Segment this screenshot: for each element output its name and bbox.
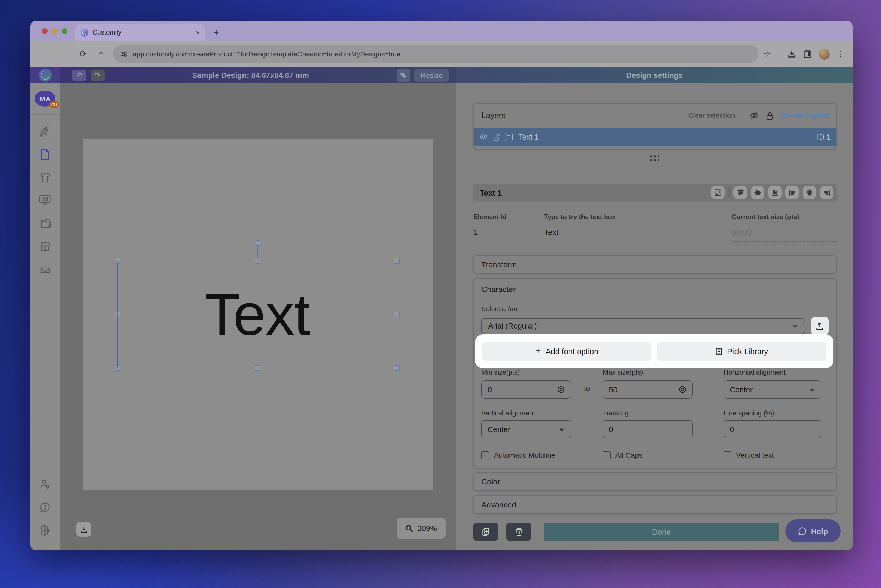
layer-unlock-icon[interactable] <box>493 133 500 141</box>
site-settings-icon[interactable] <box>120 50 128 58</box>
transform-section[interactable]: Transform <box>473 255 836 274</box>
resize-handle-s[interactable] <box>254 365 260 371</box>
maximize-window-button[interactable] <box>62 28 68 34</box>
sidebar-item-inbox[interactable] <box>38 262 52 276</box>
resize-handle-nw[interactable] <box>114 258 120 264</box>
line-spacing-label: Line spacing (%) <box>723 409 821 417</box>
delete-element-button[interactable] <box>506 523 531 541</box>
upload-font-button[interactable] <box>811 317 829 335</box>
advanced-section[interactable]: Advanced <box>473 495 836 514</box>
undo-button[interactable]: ↶ <box>72 69 86 81</box>
account-avatar[interactable]: MA CU <box>35 90 56 107</box>
tag-button[interactable] <box>396 68 410 82</box>
vertical-alignment-select[interactable]: Center <box>481 420 571 438</box>
resize-handle-se[interactable] <box>394 365 400 371</box>
bookmark-star-icon[interactable]: ☆ <box>764 49 771 59</box>
design-settings-header: Design settings <box>456 67 853 83</box>
checkbox-box[interactable] <box>723 451 731 459</box>
browser-profile-avatar[interactable] <box>819 48 830 59</box>
lock-all-button[interactable] <box>766 111 774 120</box>
horizontal-alignment-select[interactable]: Center <box>723 380 821 399</box>
font-select[interactable]: Arial (Regular) <box>481 318 805 334</box>
sidebar-item-design-studio[interactable] <box>38 194 52 207</box>
reload-icon[interactable]: ⟳ <box>74 48 92 59</box>
new-tab-button[interactable]: + <box>213 27 219 38</box>
selected-text-element[interactable]: Text <box>117 261 397 368</box>
align-vertical-center-button[interactable] <box>751 186 764 200</box>
redo-button[interactable]: ↷ <box>90 69 105 81</box>
size-fields-row: 0 to 50 <box>481 380 829 399</box>
sidebar-item-products[interactable] <box>38 171 52 184</box>
all-caps-checkbox[interactable]: All Caps <box>603 451 723 459</box>
tab-strip: Customily × + <box>30 21 853 41</box>
minimize-window-button[interactable] <box>52 28 57 34</box>
sidebar-item-designs[interactable] <box>38 147 52 161</box>
download-design-button[interactable] <box>77 522 91 537</box>
help-button[interactable]: Help <box>785 519 841 543</box>
hide-all-button[interactable] <box>749 111 759 120</box>
clear-selection-button[interactable]: Clear selection <box>689 112 735 119</box>
checkbox-box[interactable] <box>603 451 611 459</box>
min-size-eye-icon[interactable] <box>557 386 565 393</box>
create-layout-link[interactable]: Create Layout <box>782 112 829 120</box>
color-section[interactable]: Color <box>473 472 836 491</box>
resize-button[interactable]: Resize <box>414 68 449 82</box>
sidebar-item-store[interactable] <box>38 240 52 253</box>
align-right-button[interactable] <box>820 186 833 200</box>
sidebar-item-launch[interactable] <box>38 124 52 138</box>
resize-handle-sw[interactable] <box>114 365 120 371</box>
design-canvas[interactable]: Text <box>60 83 456 550</box>
align-bottom-button[interactable] <box>768 186 782 200</box>
layers-drag-handle[interactable] <box>650 155 660 162</box>
browser-menu-icon[interactable]: ⋮ <box>836 49 844 58</box>
tracking-input[interactable]: 0 <box>603 420 693 438</box>
max-size-input[interactable]: 50 <box>603 380 693 399</box>
max-size-eye-icon[interactable] <box>678 386 686 393</box>
done-button[interactable]: Done <box>543 523 779 541</box>
customily-favicon <box>81 28 89 36</box>
sidebar-item-help[interactable] <box>38 501 52 514</box>
line-spacing-input[interactable]: 0 <box>723 420 821 438</box>
pick-library-button[interactable]: Pick Library <box>657 342 826 361</box>
align-top-button[interactable] <box>734 186 747 200</box>
duplicate-element-button[interactable] <box>473 523 498 541</box>
side-panel-icon[interactable] <box>803 50 812 58</box>
address-bar[interactable]: app.customily.com/createProduct1?forDesi… <box>113 45 758 63</box>
checkbox-box[interactable] <box>481 451 489 459</box>
zoom-indicator[interactable]: 209% <box>396 518 446 539</box>
downloads-icon[interactable] <box>787 50 796 58</box>
close-tab-icon[interactable]: × <box>196 28 200 36</box>
back-icon[interactable]: ← <box>39 49 57 59</box>
fit-to-canvas-button[interactable] <box>711 186 725 200</box>
customily-logo-tile[interactable] <box>30 67 60 83</box>
automatic-multiline-checkbox[interactable]: Automatic Multiline <box>481 451 603 459</box>
sidebar-item-logout[interactable] <box>38 524 52 537</box>
sidebar-item-account-settings[interactable] <box>38 478 52 491</box>
forward-icon[interactable]: → <box>57 49 74 59</box>
add-font-option-button[interactable]: + Add font option <box>482 342 651 361</box>
sidebar-item-templates[interactable] <box>38 217 52 230</box>
character-section-label: Character <box>481 284 516 293</box>
home-icon[interactable]: ⌂ <box>92 49 110 59</box>
pick-library-label: Pick Library <box>727 347 768 356</box>
horizontal-alignment-label: Horizontal alignment <box>723 368 821 376</box>
resize-handle-ne[interactable] <box>394 258 400 264</box>
browser-tab[interactable]: Customily × <box>75 24 205 41</box>
character-section-header[interactable]: Character <box>481 279 829 299</box>
text-try-input[interactable]: Text <box>544 228 711 241</box>
layer-row-text1[interactable]: T Text 1 ID 1 <box>474 128 836 147</box>
rotation-handle[interactable] <box>254 240 260 246</box>
align-left-button[interactable] <box>785 186 799 200</box>
layers-title: Layers <box>481 111 689 120</box>
resize-handle-n[interactable] <box>254 258 260 264</box>
min-size-input[interactable]: 0 <box>481 380 571 399</box>
canvas-text[interactable]: Text <box>118 261 396 368</box>
resize-handle-e[interactable] <box>394 312 400 317</box>
app-topbar: ↶ ↷ Sample Design: 84.67x84.67 mm Resize… <box>30 67 853 83</box>
close-window-button[interactable] <box>42 28 48 34</box>
layer-visibility-icon[interactable] <box>479 134 488 141</box>
resize-handle-w[interactable] <box>114 312 120 317</box>
vertical-text-checkbox[interactable]: Vertical text <box>723 451 821 459</box>
align-horizontal-center-button[interactable] <box>803 186 816 200</box>
element-id-input[interactable]: 1 <box>473 228 523 241</box>
